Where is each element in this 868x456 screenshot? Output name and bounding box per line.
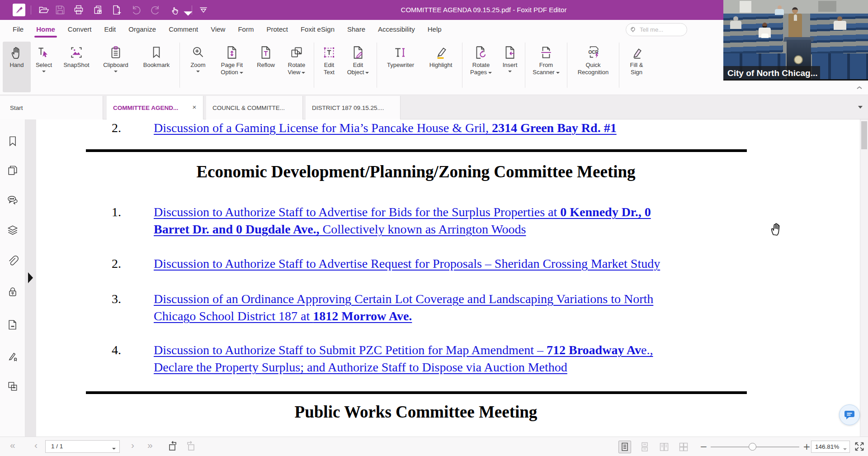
bookmark-button[interactable]: Bookmark	[136, 42, 177, 92]
next-page-icon[interactable]: ›	[131, 440, 134, 451]
dropdown-caret[interactable]	[112, 448, 116, 450]
highlight-button[interactable]: Highlight	[422, 42, 460, 92]
menu-edit[interactable]: Edit	[98, 20, 122, 39]
security-panel-icon[interactable]	[6, 285, 19, 298]
signatures-panel-icon[interactable]	[6, 349, 19, 362]
menu-foxit-esign[interactable]: Foxit eSign	[294, 20, 341, 39]
fields-panel-icon[interactable]	[6, 380, 19, 393]
pages-panel-icon[interactable]	[6, 164, 19, 177]
last-page-icon[interactable]: »	[147, 440, 153, 451]
quick-recognition-button[interactable]: OCR Quick Recognition	[570, 42, 617, 92]
tab-council-committee[interactable]: COUNCIL & COMMITTE...	[206, 96, 303, 119]
menu-organize[interactable]: Organize	[122, 20, 162, 39]
menu-view[interactable]: View	[204, 20, 231, 39]
first-page-icon[interactable]: «	[10, 440, 15, 451]
scrollbar-thumb[interactable]	[861, 121, 867, 149]
agenda-link[interactable]: Discussion of a Gaming License for Mia’s…	[154, 119, 617, 137]
comments-panel-icon[interactable]	[6, 194, 19, 206]
next-view-icon[interactable]	[185, 441, 197, 452]
from-scanner-icon	[538, 43, 554, 62]
edit-object-button[interactable]: Edit Object	[342, 42, 374, 92]
menu-file[interactable]: File	[6, 20, 30, 39]
agenda-link[interactable]: Discussion to Authorize Staff to Adverti…	[154, 204, 651, 221]
save-icon[interactable]	[55, 5, 66, 15]
single-page-view-icon[interactable]	[618, 441, 631, 453]
menu-home[interactable]: Home	[30, 20, 61, 39]
collapse-ribbon-icon[interactable]	[856, 84, 863, 90]
zoom-level-box[interactable]: 146.81%	[811, 441, 850, 453]
agenda-link[interactable]: Chicago School District 187 at 1812 Morr…	[154, 308, 653, 325]
bookmarks-panel-icon[interactable]	[6, 135, 19, 147]
item-number: 4.	[112, 342, 154, 376]
zoom-out-icon[interactable]: −	[700, 441, 708, 452]
insert-pages-button[interactable]: Insert	[497, 42, 523, 92]
tab-district-187[interactable]: DISTRICT 187 09.15.25....	[306, 96, 401, 119]
print-icon[interactable]	[73, 5, 84, 15]
fullscreen-icon[interactable]	[854, 441, 865, 452]
continuous-view-icon[interactable]	[638, 441, 651, 453]
agenda-link[interactable]: Discussion to Authorize Staff to Submit …	[154, 342, 653, 359]
agenda-link[interactable]: Discussion to Authorize Staff to Adverti…	[154, 255, 660, 272]
redo-icon[interactable]	[150, 5, 161, 15]
new-page-icon[interactable]	[111, 5, 122, 15]
ribbon-divider	[179, 43, 180, 88]
tell-me-search[interactable]	[626, 23, 687, 36]
dropdown-caret	[240, 72, 243, 74]
menu-accessibility[interactable]: Accessibility	[372, 20, 421, 39]
previous-page-icon[interactable]: ‹	[34, 440, 38, 451]
facing-view-icon[interactable]	[658, 441, 670, 453]
agenda-link[interactable]: Barret Dr. and 0 Dugdale Ave., Collectiv…	[154, 221, 651, 238]
reflow-button[interactable]: Reflow	[250, 42, 282, 92]
menu-comment[interactable]: Comment	[162, 20, 204, 39]
menu-convert[interactable]: Convert	[61, 20, 98, 39]
tell-me-input[interactable]	[640, 26, 680, 33]
rotate-view-button[interactable]: Rotate View	[282, 42, 311, 92]
meeting-video-overlay[interactable]: City of North Chicag...	[723, 0, 868, 81]
undo-icon[interactable]	[131, 5, 142, 15]
menu-form[interactable]: Form	[231, 20, 260, 39]
typewriter-button[interactable]: Typewriter	[379, 42, 422, 92]
tab-committee-agenda[interactable]: COMMITTEE AGEND...	[107, 96, 203, 119]
menu-help[interactable]: Help	[421, 20, 448, 39]
reflow-icon	[258, 43, 274, 62]
menu-protect[interactable]: Protect	[260, 20, 294, 39]
hand-tool-button[interactable]: Hand	[3, 42, 31, 92]
previous-view-icon[interactable]	[166, 441, 178, 452]
dropdown-caret[interactable]	[843, 448, 847, 450]
edit-text-button[interactable]: Edit Text	[316, 42, 342, 92]
open-file-icon[interactable]	[38, 5, 49, 15]
close-tab-icon[interactable]	[190, 103, 198, 111]
menu-share[interactable]: Share	[341, 20, 372, 39]
snapshot-button[interactable]: SnapShot	[57, 42, 96, 92]
page-number-box[interactable]: 1 / 1	[45, 440, 120, 453]
touch-mode-caret-icon[interactable]	[183, 8, 187, 13]
vertical-scrollbar[interactable]	[860, 119, 868, 437]
select-tool-button[interactable]: Select	[31, 42, 57, 92]
tab-list-caret[interactable]	[858, 106, 863, 109]
from-scanner-button[interactable]: From Scanner	[528, 42, 565, 92]
ai-assistant-button[interactable]	[839, 404, 860, 425]
hand-icon	[9, 43, 24, 62]
page-fit-option-button[interactable]: Page Fit Option	[214, 42, 250, 92]
zoom-slider-thumb[interactable]	[749, 443, 756, 451]
copy-page-icon[interactable]	[93, 5, 104, 15]
layers-panel-icon[interactable]	[6, 224, 19, 237]
attachments-panel-icon[interactable]	[6, 255, 19, 268]
tab-start[interactable]: Start	[0, 96, 103, 119]
clipboard-icon	[108, 43, 123, 62]
foxit-logo-icon[interactable]	[13, 4, 25, 16]
agenda-item: 1. Discussion to Authorize Staff to Adve…	[112, 204, 651, 238]
zoom-in-icon[interactable]: +	[803, 441, 811, 452]
agenda-link[interactable]: Declare the Property Surplus; and Author…	[154, 359, 653, 376]
zoom-button[interactable]: Zoom	[182, 42, 214, 92]
fill-sign-button[interactable]: Fill & Sign	[622, 42, 651, 92]
agenda-link[interactable]: Discussion of an Ordinance Approving Cer…	[154, 290, 653, 308]
panel-expander-arrow[interactable]	[28, 272, 33, 283]
touch-mode-icon[interactable]	[170, 5, 181, 15]
customize-toolbar-icon[interactable]	[198, 5, 209, 15]
titlebar-separator	[31, 5, 31, 14]
quad-view-icon[interactable]	[677, 441, 690, 453]
rotate-pages-button[interactable]: Rotate Pages	[465, 42, 497, 92]
destinations-panel-icon[interactable]	[6, 318, 19, 331]
clipboard-button[interactable]: Clipboard	[96, 42, 136, 92]
